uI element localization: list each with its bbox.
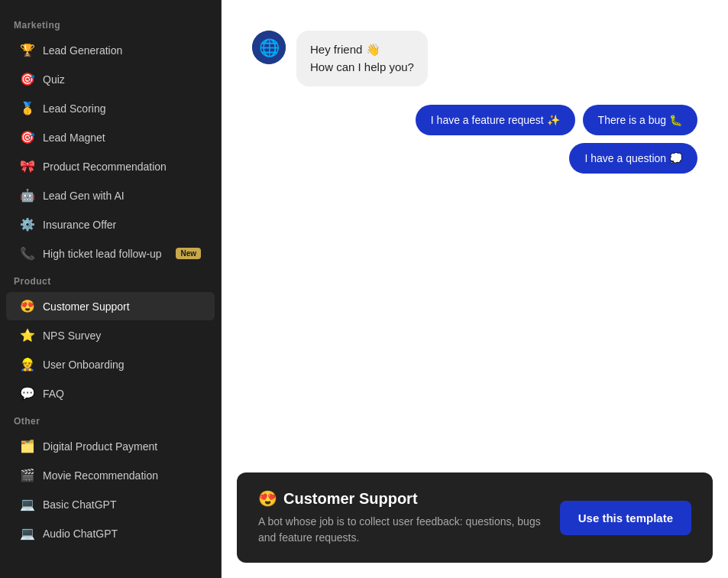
new-badge-high-ticket: New <box>176 248 201 259</box>
icon-digital-product-payment: 🗂️ <box>20 439 35 453</box>
section-label-product: Product <box>0 268 221 291</box>
sidebar-item-customer-support[interactable]: 😍Customer Support <box>6 292 215 320</box>
label-high-ticket: High ticket lead follow-up <box>43 248 163 260</box>
sidebar-item-lead-generation[interactable]: 🏆Lead Generation <box>6 36 215 64</box>
icon-nps-survey: ⭐ <box>20 328 35 343</box>
sidebar-item-insurance-offer[interactable]: ⚙️Insurance Offer <box>6 210 215 239</box>
icon-audio-chatgpt: 💻 <box>20 526 35 541</box>
sidebar-item-basic-chatgpt[interactable]: 💻Basic ChatGPT <box>6 490 215 518</box>
use-template-button[interactable]: Use this template <box>560 501 691 535</box>
greeting-line2: How can I help you? <box>310 60 414 73</box>
label-movie-recommendation: Movie Recommendation <box>43 469 201 482</box>
sidebar-item-audio-chatgpt[interactable]: 💻Audio ChatGPT <box>6 519 215 547</box>
sidebar-item-lead-magnet[interactable]: 🎯Lead Magnet <box>6 123 215 151</box>
icon-high-ticket: 📞 <box>20 246 35 261</box>
section-label-other: Other <box>0 408 221 431</box>
label-lead-scoring: Lead Scoring <box>43 102 201 115</box>
icon-basic-chatgpt: 💻 <box>20 497 35 511</box>
bot-message: 🌐 Hey friend 👋 How can I help you? <box>252 31 697 86</box>
template-title-text: Customer Support <box>283 490 418 508</box>
question-button[interactable]: I have a question 💭 <box>569 143 697 174</box>
label-faq: FAQ <box>43 388 201 400</box>
sidebar-item-faq[interactable]: 💬FAQ <box>6 379 215 408</box>
sidebar-item-high-ticket[interactable]: 📞High ticket lead follow-upNew <box>6 239 215 268</box>
label-lead-magnet: Lead Magnet <box>43 132 201 144</box>
label-user-onboarding: User Onboarding <box>43 359 201 371</box>
icon-customer-support: 😍 <box>20 299 35 313</box>
label-product-recommendation: Product Recommendation <box>43 161 201 173</box>
quick-replies: I have a feature request ✨ There is a bu… <box>252 105 697 174</box>
label-basic-chatgpt: Basic ChatGPT <box>43 498 201 511</box>
label-audio-chatgpt: Audio ChatGPT <box>43 528 201 540</box>
feature-request-button[interactable]: I have a feature request ✨ <box>416 105 575 135</box>
icon-insurance-offer: ⚙️ <box>20 217 35 232</box>
label-nps-survey: NPS Survey <box>43 330 201 342</box>
sidebar-item-quiz[interactable]: 🎯Quiz <box>6 65 215 93</box>
bug-button[interactable]: There is a bug 🐛 <box>583 105 697 135</box>
label-insurance-offer: Insurance Offer <box>43 219 201 231</box>
icon-quiz: 🎯 <box>20 72 35 86</box>
label-digital-product-payment: Digital Product Payment <box>43 440 201 453</box>
bot-avatar: 🌐 <box>252 31 286 64</box>
sidebar: Marketing🏆Lead Generation🎯Quiz🥇Lead Scor… <box>0 0 222 578</box>
label-lead-gen-ai: Lead Gen with AI <box>43 190 201 202</box>
template-footer: 😍 Customer Support A bot whose job is to… <box>237 472 713 563</box>
greeting-line1: Hey friend 👋 <box>310 43 380 56</box>
label-customer-support: Customer Support <box>43 300 201 313</box>
sidebar-item-digital-product-payment[interactable]: 🗂️Digital Product Payment <box>6 432 215 460</box>
quick-reply-row-2: I have a question 💭 <box>569 143 697 174</box>
label-lead-generation: Lead Generation <box>43 44 201 57</box>
quick-reply-row-1: I have a feature request ✨ There is a bu… <box>416 105 697 135</box>
icon-lead-gen-ai: 🤖 <box>20 188 35 203</box>
template-title: 😍 Customer Support <box>258 489 545 508</box>
sidebar-item-lead-gen-ai[interactable]: 🤖Lead Gen with AI <box>6 181 215 209</box>
icon-faq: 💬 <box>20 386 35 401</box>
icon-lead-magnet: 🎯 <box>20 130 35 144</box>
bot-bubble: Hey friend 👋 How can I help you? <box>296 31 428 86</box>
label-quiz: Quiz <box>43 73 201 86</box>
icon-movie-recommendation: 🎬 <box>20 468 35 482</box>
icon-product-recommendation: 🎀 <box>20 159 35 174</box>
icon-lead-scoring: 🥇 <box>20 101 35 115</box>
sidebar-item-lead-scoring[interactable]: 🥇Lead Scoring <box>6 94 215 122</box>
svg-text:🌐: 🌐 <box>259 37 280 58</box>
section-label-marketing: Marketing <box>0 12 221 35</box>
sidebar-item-movie-recommendation[interactable]: 🎬Movie Recommendation <box>6 461 215 489</box>
chat-area: 🌐 Hey friend 👋 How can I help you? I hav… <box>222 0 728 472</box>
main-content: 🌐 Hey friend 👋 How can I help you? I hav… <box>222 0 728 578</box>
sidebar-item-nps-survey[interactable]: ⭐NPS Survey <box>6 321 215 349</box>
sidebar-item-product-recommendation[interactable]: 🎀Product Recommendation <box>6 152 215 180</box>
template-icon: 😍 <box>258 489 277 508</box>
template-description: A bot whose job is to collect user feedb… <box>258 514 545 546</box>
icon-user-onboarding: 👷 <box>20 357 35 372</box>
template-info: 😍 Customer Support A bot whose job is to… <box>258 489 545 546</box>
sidebar-item-user-onboarding[interactable]: 👷User Onboarding <box>6 350 215 378</box>
icon-lead-generation: 🏆 <box>20 43 35 57</box>
